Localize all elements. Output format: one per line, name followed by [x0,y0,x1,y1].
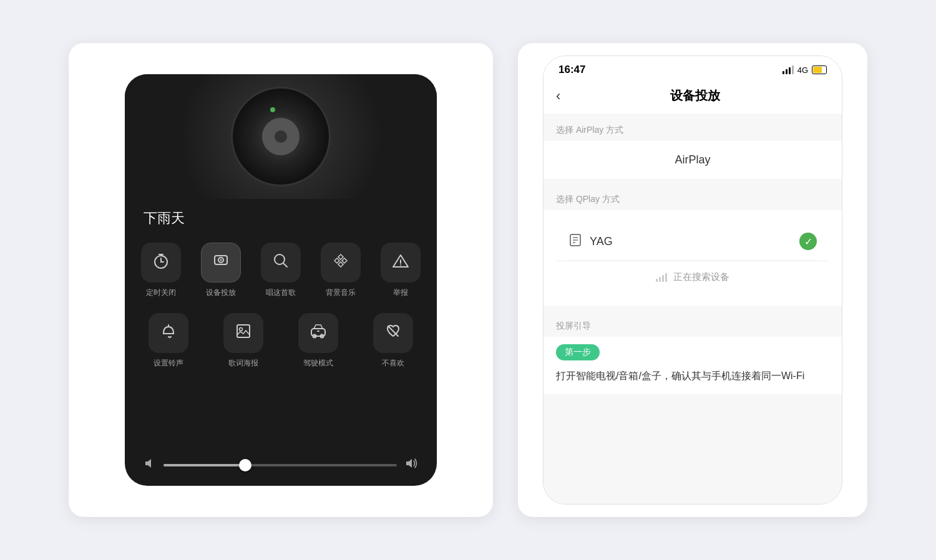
song-title: 下雨天 [125,199,437,235]
ringtone-icon-wrap [149,313,188,353]
qplay-section-label: 选择 QPlay 方式 [544,184,842,210]
searching-row: 正在搜索设备 [556,261,829,293]
green-dot [270,107,275,112]
lyrics-poster-icon [235,322,252,344]
battery-icon [812,65,827,74]
dislike-icon [384,322,402,344]
timer-icon [152,252,170,273]
dislike-label: 不喜欢 [382,358,404,369]
timer-icon-wrap [141,243,181,282]
menu-item-lyrics-poster[interactable]: 歌词海报 [206,306,281,376]
svg-point-9 [240,328,243,331]
guide-label: 投屏引导 [544,311,842,337]
device-icon [568,233,582,250]
searching-text: 正在搜索设备 [673,271,729,283]
menu-item-bg-music[interactable]: 背景音乐 [311,235,371,306]
svg-point-3 [220,259,222,261]
signal-bars-icon [782,65,794,74]
drive-mode-icon-wrap [298,313,338,353]
menu-item-report[interactable]: 举报 [371,235,431,306]
menu-item-ringtone[interactable]: 设置铃声 [131,306,206,376]
search-song-label: 唱这首歌 [266,287,296,298]
volume-min-icon [144,457,156,473]
bg-music-icon-wrap [321,243,361,282]
airplay-section-label: 选择 AirPlay 方式 [544,115,842,141]
menu-grid-row2: 设置铃声 歌词海报 [125,306,437,376]
left-panel: 下雨天 定时关闭 [69,43,493,517]
search-song-icon-wrap [261,243,301,282]
volume-thumb[interactable] [239,459,251,471]
menu-item-drive-mode[interactable]: 驾驶模式 [281,306,356,376]
album-art [125,74,437,199]
cast-icon [212,251,230,274]
network-type: 4G [797,65,808,75]
menu-item-dislike[interactable]: 不喜欢 [356,306,431,376]
airplay-option-text: AirPlay [675,153,710,167]
svg-rect-8 [237,325,250,337]
bg-music-icon [332,252,349,273]
nav-bar: ‹ 设备投放 [544,81,842,115]
menu-item-cast[interactable]: 设备投放 [191,235,251,306]
cast-label: 设备投放 [206,287,236,298]
vinyl-disc [231,87,331,186]
page-title: 设备投放 [560,87,829,104]
device-name: YAG [590,235,792,248]
cast-icon-wrap [201,243,241,282]
volume-max-icon [404,456,418,473]
drive-mode-label: 驾驶模式 [303,358,333,369]
lyrics-poster-icon-wrap [223,313,263,353]
qplay-section-card: YAG ✓ 正在搜索设备 [544,210,842,306]
device-row-yag[interactable]: YAG ✓ [556,223,829,260]
guide-section: 投屏引导 第一步 打开智能电视/音箱/盒子，确认其与手机连接着同一Wi-Fi [544,311,842,394]
status-bar: 16:47 4G [544,56,842,81]
volume-fill [163,464,245,466]
drive-mode-icon [310,322,327,344]
battery-fill [813,67,822,73]
menu-grid-row1: 定时关闭 设备投放 [125,235,437,306]
status-time: 16:47 [558,64,585,76]
timer-label: 定时关闭 [146,287,176,298]
ringtone-icon [160,322,177,344]
ringtone-label: 设置铃声 [154,358,183,369]
report-icon [392,252,409,273]
right-panel: 16:47 4G ‹ 设备投放 选择 AirPlay 方式 AirPlay [518,43,867,517]
content-area: 选择 AirPlay 方式 AirPlay 选择 QPlay 方式 [544,115,842,504]
lyrics-poster-label: 歌词海报 [228,358,258,369]
menu-item-timer[interactable]: 定时关闭 [131,235,191,306]
status-icons: 4G [782,65,827,75]
step-badge: 第一步 [556,344,600,360]
device-selected-check: ✓ [799,233,817,250]
menu-item-search-song[interactable]: 唱这首歌 [251,235,311,306]
report-label: 举报 [393,287,408,298]
search-song-icon [272,252,290,273]
svg-point-6 [400,264,401,266]
volume-slider[interactable] [163,464,397,466]
airplay-option-card[interactable]: AirPlay [544,141,842,179]
music-player-screen: 下雨天 定时关闭 [125,74,437,486]
volume-bar [125,444,437,486]
report-icon-wrap [381,243,421,282]
dislike-icon-wrap [373,313,413,353]
step-text: 打开智能电视/音箱/盒子，确认其与手机连接着同一Wi-Fi [544,365,842,394]
bg-music-label: 背景音乐 [326,287,356,298]
searching-signal-icon [656,273,667,282]
back-button[interactable]: ‹ [556,88,560,104]
cast-screen: 16:47 4G ‹ 设备投放 选择 AirPlay 方式 AirPlay [543,56,842,504]
